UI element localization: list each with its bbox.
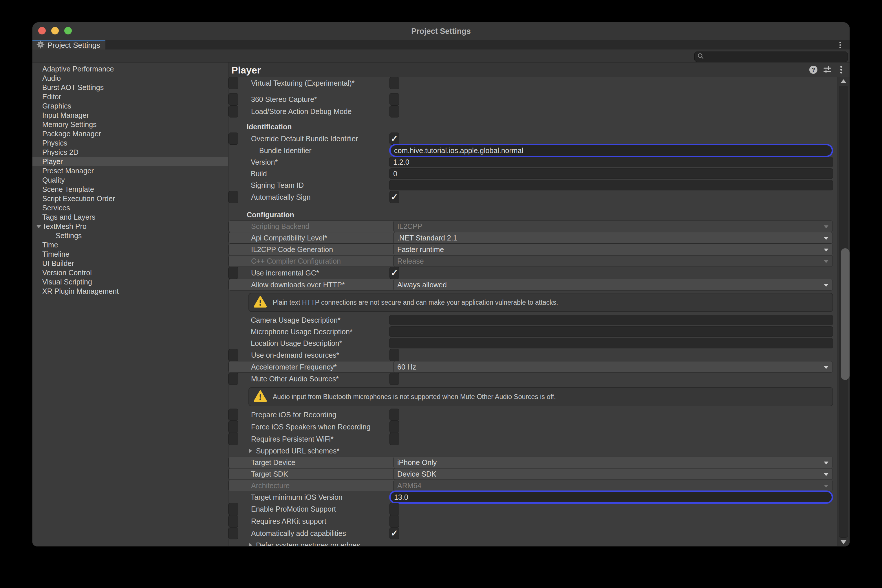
sidebar-item-quality[interactable]: Quality	[32, 176, 228, 184]
sidebar-item-label: UI Builder	[42, 259, 74, 267]
sidebar-item-burst-aot-settings[interactable]: Burst AOT Settings	[32, 83, 228, 92]
sidebar-item-time[interactable]: Time	[32, 240, 228, 249]
checkbox[interactable]	[389, 409, 399, 421]
foldout-collapsed-icon[interactable]	[249, 448, 252, 453]
checkbox[interactable]	[389, 515, 399, 527]
scroll-down-icon[interactable]	[841, 540, 846, 544]
sidebar-item-label: Script Execution Order	[42, 195, 115, 202]
gear-icon	[36, 40, 45, 50]
warning-icon	[249, 390, 267, 404]
text-field[interactable]: 0	[389, 168, 833, 179]
settings-row: IL2CPP Code GenerationFaster runtime	[228, 244, 672, 255]
foldout-label[interactable]: Supported URL schemes*	[256, 445, 340, 457]
text-field[interactable]: 13.0	[389, 490, 833, 504]
scroll-up-icon[interactable]	[841, 79, 846, 83]
text-field[interactable]	[389, 315, 833, 325]
text-field[interactable]: 1.2.0	[389, 157, 833, 167]
sidebar-item-graphics[interactable]: Graphics	[32, 101, 228, 111]
sidebar-item-scene-template[interactable]: Scene Template	[32, 184, 228, 194]
sidebar-item-input-manager[interactable]: Input Manager	[32, 111, 228, 120]
settings-row: Configuration	[228, 209, 837, 220]
checkbox[interactable]	[389, 433, 399, 445]
sidebar-item-editor[interactable]: Editor	[32, 92, 228, 101]
sidebar-item-visual-scripting[interactable]: Visual Scripting	[32, 277, 228, 286]
foldout-expanded-icon[interactable]	[36, 225, 41, 228]
sidebar-item-player[interactable]: Player	[32, 157, 228, 166]
dropdown[interactable]: Always allowed	[393, 279, 833, 291]
chevron-down-icon	[824, 462, 828, 465]
settings-row: Accelerometer Frequency*60 Hz	[228, 361, 672, 373]
more-menu-icon[interactable]	[836, 65, 846, 75]
settings-row: Microphone Usage Description*	[228, 326, 837, 338]
field-label: Bundle Identifier	[259, 145, 311, 156]
help-icon[interactable]: ?	[808, 65, 818, 75]
checkbox[interactable]: ✓	[389, 527, 399, 539]
sidebar-item-adaptive-performance[interactable]: Adaptive Performance	[32, 64, 228, 74]
sidebar-item-physics-2d[interactable]: Physics 2D	[32, 148, 228, 157]
dropdown: Release	[393, 255, 833, 267]
more-menu-icon[interactable]	[836, 41, 844, 49]
sidebar-item-label: Input Manager	[42, 111, 89, 119]
sidebar-item-physics[interactable]: Physics	[32, 138, 228, 148]
scrollbar-thumb[interactable]	[841, 248, 850, 380]
checkbox[interactable]	[389, 93, 399, 105]
sidebar-item-ui-builder[interactable]: UI Builder	[32, 259, 228, 268]
sidebar-item-xr-plugin-management[interactable]: XR Plugin Management	[32, 286, 228, 296]
settings-row: Plain text HTTP connections are not secu…	[228, 293, 837, 312]
checkbox[interactable]	[389, 77, 399, 89]
sidebar-item-label: XR Plugin Management	[42, 287, 119, 295]
field-label: Automatically add capabilities	[251, 528, 346, 539]
sidebar-item-preset-manager[interactable]: Preset Manager	[32, 166, 228, 176]
sidebar-item-settings[interactable]: Settings	[32, 231, 228, 240]
sidebar-item-label: Player	[42, 158, 63, 165]
dropdown[interactable]: Faster runtime	[393, 244, 833, 255]
sidebar-item-audio[interactable]: Audio	[32, 74, 228, 83]
window-title: Project Settings	[32, 22, 850, 40]
titlebar[interactable]: Project Settings	[32, 22, 850, 40]
field-label: Target SDK	[251, 468, 288, 480]
checkbox[interactable]: ✓	[389, 267, 399, 279]
field-label: Location Usage Description*	[251, 338, 342, 349]
checkbox[interactable]	[389, 421, 399, 433]
sidebar-item-package-manager[interactable]: Package Manager	[32, 129, 228, 138]
checkbox[interactable]: ✓	[389, 132, 399, 145]
settings-row: C++ Compiler ConfigurationRelease	[228, 255, 672, 267]
text-field[interactable]	[389, 338, 833, 348]
dropdown[interactable]: iPhone Only	[393, 457, 833, 468]
search-input[interactable]	[694, 51, 848, 62]
presets-icon[interactable]	[822, 65, 832, 75]
checkmark-icon: ✓	[391, 134, 398, 143]
warning-box: Audio input from Bluetooth microphones i…	[248, 387, 833, 406]
settings-row: Requires Persistent WiFi*	[228, 433, 238, 445]
scrollbar-track[interactable]	[839, 86, 848, 538]
warning-text: Plain text HTTP connections are not secu…	[273, 298, 558, 306]
settings-row: Virtual Texturing (Experimental)*	[228, 77, 238, 89]
tab-project-settings[interactable]: Project Settings	[32, 40, 105, 50]
sidebar-item-textmesh-pro[interactable]: TextMesh Pro	[32, 222, 228, 231]
sidebar-item-timeline[interactable]: Timeline	[32, 249, 228, 259]
sidebar-item-memory-settings[interactable]: Memory Settings	[32, 120, 228, 129]
checkbox[interactable]	[389, 105, 399, 117]
dropdown[interactable]: .NET Standard 2.1	[393, 232, 833, 244]
settings-row: Api Compatibility Level*.NET Standard 2.…	[228, 232, 672, 244]
chevron-down-icon	[824, 225, 828, 228]
checkbox[interactable]: ✓	[389, 191, 399, 203]
text-field[interactable]: com.hive.tutorial.ios.apple.global.norma…	[389, 144, 833, 157]
sidebar-item-version-control[interactable]: Version Control	[32, 268, 228, 277]
checkbox[interactable]	[389, 503, 399, 515]
text-field[interactable]	[389, 180, 833, 190]
warning-box: Plain text HTTP connections are not secu…	[248, 293, 833, 312]
sidebar-item-tags-and-layers[interactable]: Tags and Layers	[32, 212, 228, 222]
dropdown[interactable]: Device SDK	[393, 468, 833, 480]
checkbox[interactable]	[389, 373, 399, 385]
checkbox[interactable]	[389, 349, 399, 361]
chevron-down-icon	[824, 284, 828, 287]
settings-row: Target DeviceiPhone Only	[228, 457, 672, 468]
sidebar-item-label: Version Control	[42, 268, 92, 277]
foldout-label[interactable]: Defer system gestures on edges	[256, 539, 360, 546]
sidebar-item-script-execution-order[interactable]: Script Execution Order	[32, 194, 228, 203]
dropdown[interactable]: 60 Hz	[393, 361, 833, 373]
sidebar-item-services[interactable]: Services	[32, 203, 228, 212]
foldout-collapsed-icon[interactable]	[249, 543, 252, 546]
text-field[interactable]	[389, 326, 833, 337]
